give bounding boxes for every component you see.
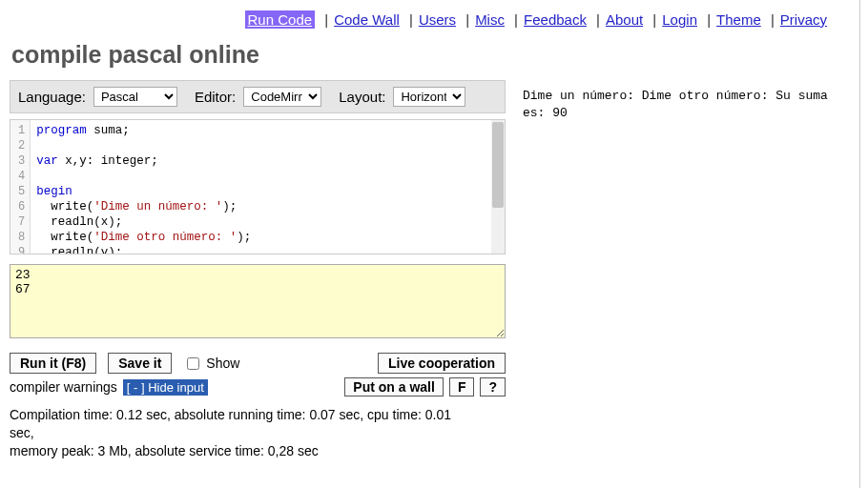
stdin-input[interactable] <box>10 264 506 338</box>
output-pane: Dime un número: Dime otro número: Su sum… <box>506 80 868 460</box>
nav-separator: | <box>767 11 775 28</box>
top-nav: Run Code |Code Wall |Users |Misc |Feedba… <box>0 0 868 35</box>
nav-separator: | <box>649 11 656 28</box>
layout-label: Layout: <box>339 89 385 105</box>
show-label: Show <box>206 356 239 371</box>
layout-select[interactable]: Horizontal <box>393 87 465 107</box>
show-checkbox[interactable] <box>187 357 199 370</box>
nav-separator: | <box>703 11 711 28</box>
code-area[interactable]: program suma;var x,y: integer;begin writ… <box>31 120 505 254</box>
nav-link-about[interactable]: About <box>606 11 643 28</box>
put-on-wall-button[interactable]: Put on a wall <box>344 377 444 396</box>
nav-separator: | <box>510 11 518 28</box>
compiler-warnings-label: compiler warnings <box>10 379 117 395</box>
nav-separator: | <box>405 11 413 28</box>
scrollbar-thumb[interactable] <box>492 122 504 208</box>
language-select[interactable]: Pascal <box>93 87 177 107</box>
live-cooperation-button[interactable]: Live cooperation <box>378 353 506 374</box>
code-editor[interactable]: 123456789 program suma;var x,y: integer;… <box>10 119 506 254</box>
f-button[interactable]: F <box>449 377 475 396</box>
editor-select[interactable]: CodeMirror <box>243 87 321 107</box>
nav-separator: | <box>462 11 469 28</box>
editor-label: Editor: <box>195 89 236 105</box>
save-button[interactable]: Save it <box>108 353 172 374</box>
language-label: Language: <box>18 89 86 105</box>
nav-link-run-code[interactable]: Run Code <box>245 10 316 29</box>
page-title: compile pascal online <box>11 41 868 69</box>
nav-link-login[interactable]: Login <box>662 11 697 28</box>
help-button[interactable]: ? <box>480 377 506 396</box>
run-button[interactable]: Run it (F8) <box>10 353 96 374</box>
scrollbar-vertical[interactable] <box>491 120 505 254</box>
nav-link-feedback[interactable]: Feedback <box>524 11 587 28</box>
nav-separator: | <box>320 11 328 28</box>
nav-link-users[interactable]: Users <box>419 11 456 28</box>
nav-link-theme[interactable]: Theme <box>716 11 761 28</box>
config-bar: Language: Pascal Editor: CodeMirror Layo… <box>10 80 506 113</box>
stats-text: Compilation time: 0.12 sec, absolute run… <box>10 406 477 460</box>
nav-separator: | <box>592 11 600 28</box>
hide-input-toggle[interactable]: [ - ] Hide input <box>123 379 208 396</box>
nav-link-misc[interactable]: Misc <box>475 11 505 28</box>
nav-link-code-wall[interactable]: Code Wall <box>334 11 400 28</box>
page-right-border <box>859 0 860 488</box>
line-gutter: 123456789 <box>10 120 31 254</box>
nav-link-privacy[interactable]: Privacy <box>780 11 827 28</box>
